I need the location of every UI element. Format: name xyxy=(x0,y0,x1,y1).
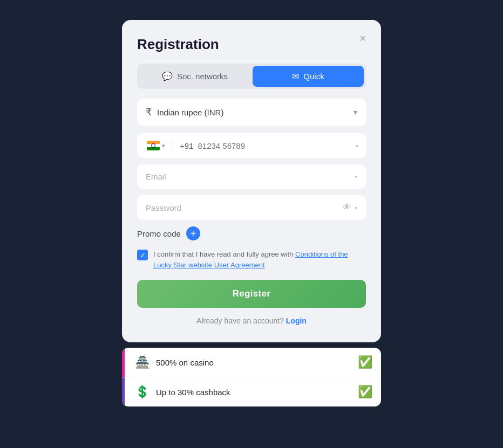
promo-accent-bar xyxy=(122,348,125,377)
modal-title: Registration xyxy=(137,36,366,53)
chevron-down-icon: ▾ xyxy=(354,108,357,116)
casino-icon: 🏯 xyxy=(135,355,149,369)
chat-icon: 💬 xyxy=(162,71,173,81)
close-button[interactable]: × xyxy=(355,31,370,46)
email-input-row: ● xyxy=(137,164,366,189)
promo-check-icon: ✅ xyxy=(358,385,372,399)
currency-select[interactable]: ₹ Indian rupee (INR) ▾ xyxy=(137,99,366,126)
agreement-row: I confirm that I have read and fully agr… xyxy=(137,249,366,270)
phone-input[interactable] xyxy=(198,141,351,150)
agreement-label: I confirm that I have read and fully agr… xyxy=(153,249,366,270)
promo-item-cashback: 💲 Up to 30% cashback ✅ xyxy=(122,377,381,406)
password-input[interactable] xyxy=(146,203,343,212)
login-row: Already have an account? Login xyxy=(137,316,366,325)
promo-item-casino: 🏯 500% on casino ✅ xyxy=(122,348,381,377)
required-dot-icon: ● xyxy=(355,174,357,179)
promo-accent-bar xyxy=(122,377,125,406)
email-input[interactable] xyxy=(146,172,355,181)
phone-divider xyxy=(172,140,172,151)
cashback-icon: 💲 xyxy=(135,385,149,399)
flag-chevron-icon: ▾ xyxy=(162,142,165,149)
promo-check-icon: ✅ xyxy=(358,355,372,369)
show-password-icon[interactable]: 👁 xyxy=(343,203,351,212)
promotions-strip: 🏯 500% on casino ✅ 💲 Up to 30% cashback … xyxy=(122,348,381,406)
tab-soc-networks[interactable]: 💬 Soc. networks xyxy=(139,66,250,87)
login-link[interactable]: Login xyxy=(286,316,307,325)
registration-modal: × Registration 💬 Soc. networks ✉ Quick ₹… xyxy=(122,20,381,342)
password-input-row: 👁 ● xyxy=(137,195,366,220)
email-icon: ✉ xyxy=(292,71,299,81)
phone-input-row: ▾ +91 ● xyxy=(137,133,366,158)
tab-quick[interactable]: ✉ Quick xyxy=(253,66,364,87)
modal-container: × Registration 💬 Soc. networks ✉ Quick ₹… xyxy=(122,20,381,406)
required-dot-icon: ● xyxy=(355,205,357,210)
promo-code-row: Promo code + xyxy=(137,226,366,240)
register-button[interactable]: Register xyxy=(137,280,366,308)
country-selector[interactable]: ▾ xyxy=(145,141,167,150)
india-flag-icon xyxy=(147,141,160,150)
agreement-checkbox[interactable] xyxy=(137,250,148,260)
tab-row: 💬 Soc. networks ✉ Quick xyxy=(137,64,366,89)
required-dot-icon: ● xyxy=(356,143,358,148)
rupee-icon: ₹ xyxy=(146,106,152,118)
promo-add-button[interactable]: + xyxy=(186,226,200,240)
